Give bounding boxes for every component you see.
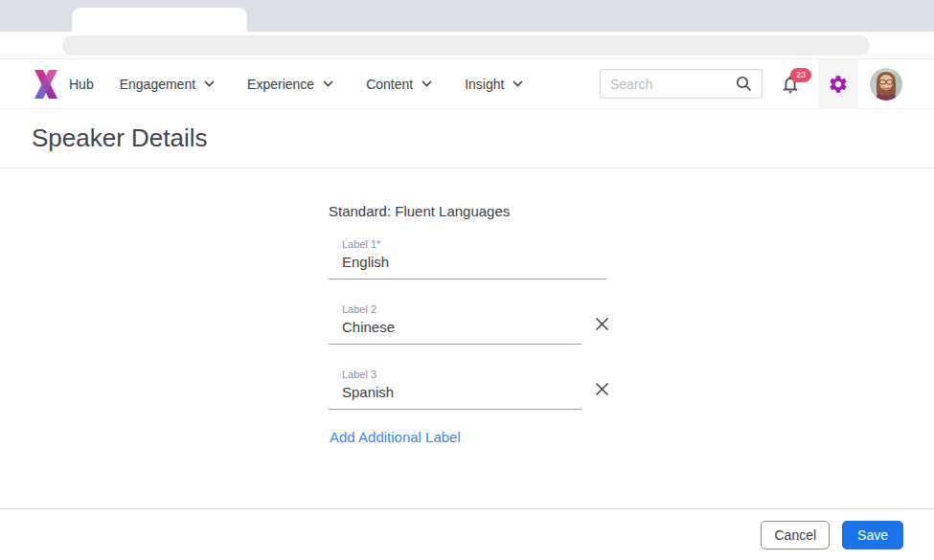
chevron-down-icon	[421, 80, 432, 87]
label-1-input[interactable]	[329, 250, 606, 280]
notifications-button[interactable]: 23	[763, 59, 818, 109]
notification-count-badge: 23	[790, 68, 811, 82]
label-1-field: Label 1*	[329, 238, 606, 280]
close-x-icon	[595, 317, 609, 331]
speaker-details-form: Standard: Fluent Languages Label 1* Labe…	[0, 168, 934, 446]
browser-toolbar	[0, 32, 934, 59]
nav-item-label: Experience	[247, 77, 314, 92]
browser-tab[interactable]	[72, 8, 247, 32]
search-input[interactable]	[610, 77, 736, 92]
search-icon[interactable]	[736, 76, 752, 92]
brand-label: Hub	[69, 77, 94, 92]
close-x-icon	[595, 382, 609, 396]
nav-item-label: Content	[366, 77, 413, 92]
nav-item-insight[interactable]: Insight	[465, 77, 523, 92]
browser-chrome-top	[0, 0, 934, 32]
label-3-caption: Label 3	[329, 369, 581, 380]
label-2-input[interactable]	[329, 315, 581, 345]
chevron-down-icon	[323, 80, 333, 87]
top-navbar: Hub Engagement Experience Content Insigh…	[0, 59, 934, 109]
form-footer: Cancel Save	[0, 508, 934, 560]
remove-label-2-button[interactable]	[589, 312, 614, 337]
user-avatar[interactable]	[870, 68, 902, 101]
label-1-caption: Label 1*	[329, 238, 606, 250]
page-title: Speaker Details	[32, 123, 208, 153]
settings-button[interactable]	[818, 59, 858, 109]
nav-item-label: Engagement	[120, 77, 195, 92]
cancel-button[interactable]: Cancel	[761, 521, 830, 549]
nav-item-experience[interactable]: Experience	[247, 77, 333, 92]
nav-item-engagement[interactable]: Engagement	[120, 77, 215, 92]
label-2-caption: Label 2	[329, 303, 581, 315]
page-header: Speaker Details	[0, 109, 934, 168]
add-additional-label-link[interactable]: Add Additional Label	[330, 429, 461, 445]
label-3-field: Label 3	[329, 369, 581, 410]
remove-label-3-button[interactable]	[589, 377, 614, 402]
form-heading: Standard: Fluent Languages	[329, 203, 934, 219]
save-button[interactable]: Save	[842, 521, 903, 549]
label-3-input[interactable]	[329, 380, 581, 410]
address-bar[interactable]	[62, 35, 870, 56]
chevron-down-icon	[513, 80, 523, 87]
chevron-down-icon	[204, 80, 215, 87]
nav-item-label: Insight	[465, 77, 504, 92]
brand-x-logo	[32, 69, 60, 100]
avatar-photo	[870, 68, 902, 101]
settings-gear-icon	[828, 74, 849, 95]
label-2-field: Label 2	[329, 303, 581, 345]
nav-item-content[interactable]: Content	[366, 77, 432, 92]
search-box	[600, 69, 763, 99]
